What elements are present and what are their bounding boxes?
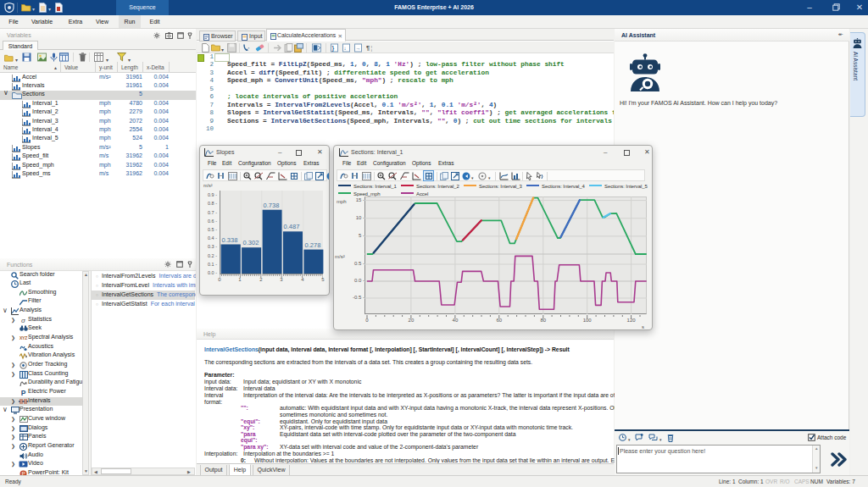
svg-text:→: →: [356, 46, 361, 51]
svg-text:¶: ¶: [366, 44, 370, 52]
svg-text:¦: ¦: [371, 45, 373, 52]
svg-text:}: }: [332, 45, 335, 52]
svg-text:↓: ↓: [344, 46, 347, 51]
svg-text:,: ,: [248, 44, 250, 49]
